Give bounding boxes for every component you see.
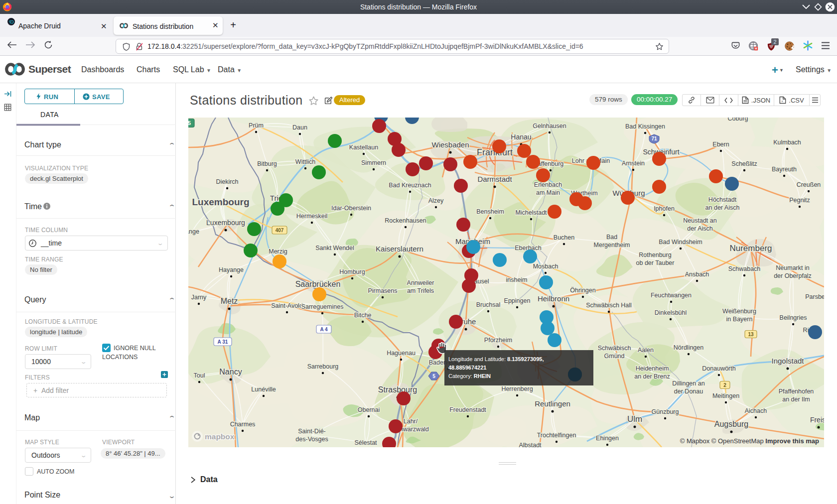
svg-text:Schwäbisch Hall: Schwäbisch Hall — [586, 302, 632, 309]
svg-text:Saint-Avold: Saint-Avold — [271, 302, 303, 309]
svg-text:der Aisch: der Aisch — [687, 225, 712, 232]
svg-text:Bad Windsheim: Bad Windsheim — [659, 239, 702, 246]
svg-text:Mergentheim: Mergentheim — [594, 242, 630, 249]
svg-text:insheim: insheim — [506, 276, 527, 283]
svg-text:Annweiler: Annweiler — [407, 279, 434, 286]
svg-text:Bensheim: Bensheim — [476, 208, 504, 215]
svg-text:in Bayern: in Bayern — [726, 316, 753, 323]
svg-text:Aalen: Aalen — [638, 347, 654, 354]
svg-text:Pirmasens: Pirmasens — [368, 287, 397, 294]
svg-text:ange: ange — [188, 228, 199, 235]
svg-text:Rockenhausen: Rockenhausen — [385, 217, 426, 224]
svg-text:Feuchtwangen: Feuchtwangen — [651, 292, 692, 299]
svg-text:2: 2 — [723, 382, 726, 388]
svg-text:Meitingen: Meitingen — [712, 392, 739, 399]
svg-text:Arnstein: Arnstein — [622, 160, 645, 167]
svg-text:Gelnhausen: Gelnhausen — [533, 123, 566, 129]
svg-text:an der Ilm: an der Ilm — [782, 396, 810, 403]
svg-text:Daun: Daun — [292, 124, 307, 131]
svg-text:Saarbrücken: Saarbrücken — [295, 280, 341, 288]
svg-text:Herrenberg: Herrenberg — [501, 385, 533, 392]
svg-text:Freisi: Freisi — [810, 416, 824, 424]
svg-text:Buchen: Buchen — [554, 234, 574, 241]
svg-text:Hayange: Hayange — [219, 266, 244, 273]
svg-text:Sankt Wendel: Sankt Wendel — [315, 245, 354, 252]
svg-text:Darmstadt: Darmstadt — [477, 175, 512, 183]
svg-text:Mosbach: Mosbach — [533, 263, 558, 270]
svg-text:affenburg: affenburg — [538, 160, 564, 167]
svg-text:Schwabach: Schwabach — [728, 265, 761, 272]
svg-text:Rothenburg: Rothenburg — [639, 252, 671, 258]
svg-text:Saint-Dié-: Saint-Dié- — [298, 428, 326, 435]
svg-text:am Main: am Main — [536, 189, 560, 196]
svg-text:Hermeskeil: Hermeskeil — [296, 213, 328, 220]
svg-text:A 4: A 4 — [320, 327, 328, 332]
svg-text:am Trifels: am Trifels — [407, 287, 434, 294]
svg-text:Neumarkt in: Neumarkt in — [776, 264, 809, 271]
svg-text:Wittlich: Wittlich — [295, 158, 315, 165]
svg-text:Bayreuth: Bayreuth — [772, 166, 797, 173]
svg-text:Sarrebourg: Sarrebourg — [307, 363, 339, 370]
svg-text:ob der Tauber: ob der Tauber — [636, 259, 675, 266]
svg-text:© Mapbox © OpenStreetMap Impro: © Mapbox © OpenStreetMap Improve this ma… — [680, 437, 819, 445]
svg-text:Ehingen: Ehingen — [596, 435, 619, 442]
svg-text:Prüm: Prüm — [249, 122, 264, 129]
svg-text:Höchstadt: Höchstadt — [708, 196, 737, 203]
svg-text:Weißenburg: Weißenburg — [722, 308, 756, 315]
svg-text:Heilbronn: Heilbronn — [538, 294, 569, 303]
svg-text:Homburg: Homburg — [339, 268, 365, 275]
svg-text:Heidenheim: Heidenheim — [636, 365, 669, 372]
svg-text:Lunéville: Lunéville — [251, 386, 276, 393]
svg-text:Charmes: Charmes — [230, 421, 256, 428]
svg-text:Luxembourg: Luxembourg — [192, 197, 249, 207]
svg-text:Jarny: Jarny — [191, 294, 207, 301]
svg-text:A 31: A 31 — [218, 339, 228, 345]
svg-text:Kaiserslautern: Kaiserslautern — [376, 245, 423, 253]
svg-text:Merzig: Merzig — [269, 248, 287, 255]
svg-text:Bad Kissingen: Bad Kissingen — [625, 123, 665, 130]
svg-text:des-Vosges: des-Vosges — [295, 436, 328, 443]
svg-text:Bruchsal: Bruchsal — [476, 301, 501, 308]
svg-text:an der Brenz: an der Brenz — [634, 373, 670, 380]
svg-text:Lahr/: Lahr/ — [404, 418, 418, 425]
svg-text:Ansbach: Ansbach — [685, 271, 709, 278]
svg-text:Luxembourg: Luxembourg — [206, 219, 245, 227]
svg-text:Trochtelfingen: Trochtelfingen — [537, 432, 576, 439]
svg-text:x: x — [782, 99, 783, 103]
svg-text:Nördlingen: Nördlingen — [674, 344, 704, 351]
svg-text:Obernai: Obernai — [358, 406, 380, 413]
svg-text:Ebern: Ebern — [712, 141, 729, 148]
svg-text:5: 5 — [188, 120, 191, 126]
svg-text:Freudenstadt: Freudenstadt — [449, 406, 486, 413]
svg-text:Reutlingen: Reutlingen — [535, 399, 570, 408]
svg-text:Ingolstadt: Ingolstadt — [771, 357, 804, 365]
svg-text:Haguenau: Haguenau — [387, 350, 416, 357]
svg-text:Simmern: Simmern — [361, 159, 386, 166]
svg-text:Pforzheim: Pforzheim — [484, 337, 512, 344]
svg-text:der Donau: der Donau — [674, 388, 703, 395]
svg-text:Donauwörth: Donauwörth — [702, 365, 735, 372]
svg-text:Schwäbisch: Schwäbisch — [598, 345, 631, 352]
svg-text:Aichach: Aichach — [745, 407, 767, 414]
svg-text:Sarreguemines: Sarreguemines — [301, 303, 344, 310]
svg-text:407: 407 — [276, 228, 284, 233]
svg-text:13: 13 — [748, 332, 754, 337]
svg-text:Iphofen: Iphofen — [654, 205, 675, 212]
svg-text:Michelstadt: Michelstadt — [515, 209, 547, 216]
svg-text:Alzey: Alzey — [428, 197, 444, 204]
svg-text:Nancy: Nancy — [219, 368, 242, 376]
svg-text:Pegnitz: Pegnitz — [789, 197, 810, 204]
svg-text:an der Aisch: an der Aisch — [705, 204, 740, 211]
svg-text:Metz: Metz — [221, 297, 238, 305]
svg-text:Öhringen: Öhringen — [570, 287, 595, 294]
svg-text:Dillingen an: Dillingen an — [672, 380, 704, 387]
svg-text:Wiesbaden: Wiesbaden — [431, 140, 469, 149]
svg-text:Pfaffenhofen: Pfaffenhofen — [779, 388, 814, 395]
svg-text:Augsburg: Augsburg — [714, 420, 749, 428]
svg-text:Günzburg: Günzburg — [652, 408, 679, 415]
svg-text:Kastellaun: Kastellaun — [349, 144, 378, 151]
svg-text:Bad: Bad — [606, 234, 617, 241]
svg-text:der Oberpfalz: der Oberpfalz — [774, 272, 812, 279]
svg-text:Neustadt an: Neustadt an — [683, 217, 716, 224]
svg-text:Parsbe: Parsbe — [805, 293, 824, 300]
